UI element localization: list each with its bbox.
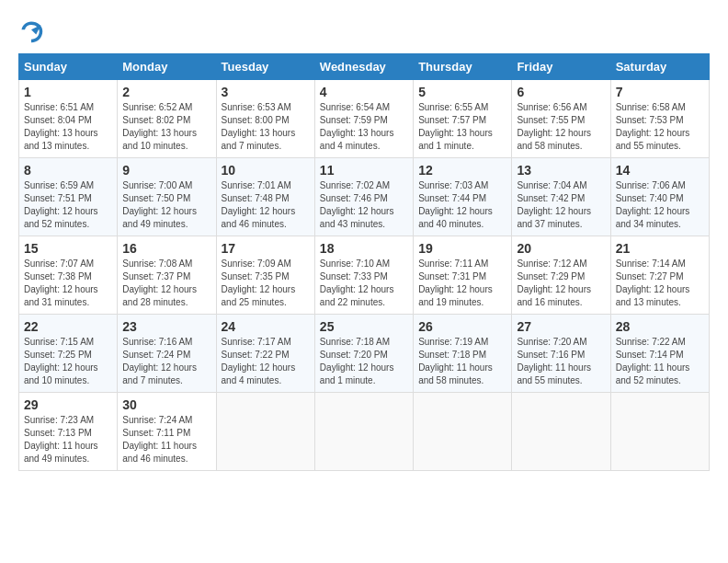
table-row: 27Sunrise: 7:20 AMSunset: 7:16 PMDayligh… [512, 315, 610, 393]
calendar-week-5: 29Sunrise: 7:23 AMSunset: 7:13 PMDayligh… [19, 393, 710, 471]
col-header-tuesday: Tuesday [216, 54, 314, 80]
table-row: 24Sunrise: 7:17 AMSunset: 7:22 PMDayligh… [216, 315, 314, 393]
table-row: 10Sunrise: 7:01 AMSunset: 7:48 PMDayligh… [216, 158, 314, 236]
table-row: 17Sunrise: 7:09 AMSunset: 7:35 PMDayligh… [216, 236, 314, 315]
table-row: 2Sunrise: 6:52 AMSunset: 8:02 PMDaylight… [118, 80, 216, 158]
table-row [512, 393, 610, 471]
table-row [610, 393, 709, 471]
table-row [314, 393, 413, 471]
table-row: 23Sunrise: 7:16 AMSunset: 7:24 PMDayligh… [118, 315, 216, 393]
table-row: 13Sunrise: 7:04 AMSunset: 7:42 PMDayligh… [512, 158, 610, 236]
table-row: 9Sunrise: 7:00 AMSunset: 7:50 PMDaylight… [118, 158, 216, 236]
table-row: 12Sunrise: 7:03 AMSunset: 7:44 PMDayligh… [414, 158, 512, 236]
table-row [414, 393, 512, 471]
calendar-week-2: 8Sunrise: 6:59 AMSunset: 7:51 PMDaylight… [19, 158, 710, 236]
table-row: 5Sunrise: 6:55 AMSunset: 7:57 PMDaylight… [414, 80, 512, 158]
table-row: 25Sunrise: 7:18 AMSunset: 7:20 PMDayligh… [314, 315, 413, 393]
table-row [216, 393, 314, 471]
calendar-week-3: 15Sunrise: 7:07 AMSunset: 7:38 PMDayligh… [19, 236, 710, 315]
calendar-week-1: 1Sunrise: 6:51 AMSunset: 8:04 PMDaylight… [19, 80, 710, 158]
table-row: 14Sunrise: 7:06 AMSunset: 7:40 PMDayligh… [610, 158, 709, 236]
calendar-week-4: 22Sunrise: 7:15 AMSunset: 7:25 PMDayligh… [19, 315, 710, 393]
table-row: 18Sunrise: 7:10 AMSunset: 7:33 PMDayligh… [314, 236, 413, 315]
col-header-thursday: Thursday [414, 54, 512, 80]
table-row: 3Sunrise: 6:53 AMSunset: 8:00 PMDaylight… [216, 80, 314, 158]
col-header-sunday: Sunday [19, 54, 118, 80]
table-row: 30Sunrise: 7:24 AMSunset: 7:11 PMDayligh… [118, 393, 216, 471]
table-row: 20Sunrise: 7:12 AMSunset: 7:29 PMDayligh… [512, 236, 610, 315]
col-header-saturday: Saturday [610, 54, 709, 80]
table-row: 26Sunrise: 7:19 AMSunset: 7:18 PMDayligh… [414, 315, 512, 393]
table-row: 15Sunrise: 7:07 AMSunset: 7:38 PMDayligh… [19, 236, 118, 315]
table-row: 6Sunrise: 6:56 AMSunset: 7:55 PMDaylight… [512, 80, 610, 158]
table-row: 1Sunrise: 6:51 AMSunset: 8:04 PMDaylight… [19, 80, 118, 158]
table-row: 16Sunrise: 7:08 AMSunset: 7:37 PMDayligh… [118, 236, 216, 315]
table-row: 8Sunrise: 6:59 AMSunset: 7:51 PMDaylight… [19, 158, 118, 236]
table-row: 29Sunrise: 7:23 AMSunset: 7:13 PMDayligh… [19, 393, 118, 471]
col-header-friday: Friday [512, 54, 610, 80]
header-row: SundayMondayTuesdayWednesdayThursdayFrid… [19, 54, 710, 80]
table-row: 4Sunrise: 6:54 AMSunset: 7:59 PMDaylight… [314, 80, 413, 158]
page-header [18, 18, 710, 44]
table-row: 28Sunrise: 7:22 AMSunset: 7:14 PMDayligh… [610, 315, 709, 393]
logo-icon [18, 18, 44, 44]
col-header-wednesday: Wednesday [314, 54, 413, 80]
table-row: 19Sunrise: 7:11 AMSunset: 7:31 PMDayligh… [414, 236, 512, 315]
table-row: 11Sunrise: 7:02 AMSunset: 7:46 PMDayligh… [314, 158, 413, 236]
col-header-monday: Monday [118, 54, 216, 80]
calendar-table: SundayMondayTuesdayWednesdayThursdayFrid… [18, 53, 710, 471]
table-row: 22Sunrise: 7:15 AMSunset: 7:25 PMDayligh… [19, 315, 118, 393]
table-row: 21Sunrise: 7:14 AMSunset: 7:27 PMDayligh… [610, 236, 709, 315]
table-row: 7Sunrise: 6:58 AMSunset: 7:53 PMDaylight… [610, 80, 709, 158]
logo [18, 18, 48, 44]
